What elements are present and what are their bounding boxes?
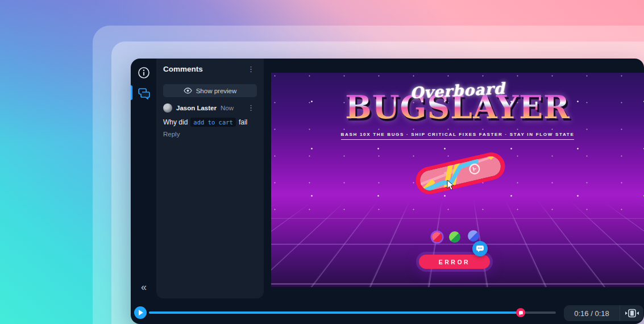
status-orb-red[interactable] <box>432 232 442 242</box>
comment-timestamp: Now <box>221 105 234 111</box>
panel-menu-button[interactable]: ⋮ <box>245 64 257 74</box>
error-button[interactable]: ERROR <box>419 255 490 269</box>
app-background: { "window": { "sidebar": { "collapse_gly… <box>0 0 644 324</box>
cursor-icon <box>447 180 454 190</box>
video-viewport[interactable]: Overboard BUGSLAYER BASH 10X THE BUGS · … <box>271 73 644 287</box>
comment-code-chip: add to cart <box>190 118 236 127</box>
app-window: « Comments ⋮ Show preview Jason Laster N… <box>131 59 644 324</box>
comment-text-after: fail <box>239 118 247 126</box>
comment-marker-icon <box>519 311 523 314</box>
comment-menu-button[interactable]: ⋮ <box>245 103 257 113</box>
reply-link[interactable]: Reply <box>163 131 257 138</box>
comment-marker[interactable] <box>516 308 525 317</box>
comments-panel-header: Comments ⋮ <box>156 59 264 79</box>
tagline: BASH 10X THE BUGS · SHIP CRITICAL FIXES … <box>341 132 575 140</box>
collapse-sidebar-button[interactable]: « <box>131 281 156 293</box>
status-orb-green[interactable] <box>449 231 460 243</box>
chat-badge-icon <box>476 245 484 252</box>
play-button[interactable] <box>134 306 147 319</box>
left-icon-rail: « <box>131 59 156 324</box>
tagline-row: BASH 10X THE BUGS · SHIP CRITICAL FIXES … <box>271 128 644 140</box>
info-icon <box>138 67 150 79</box>
comment-item[interactable]: Jason Laster Now ⋮ Why did add to cart f… <box>156 99 264 138</box>
focus-mode-button[interactable] <box>620 305 643 321</box>
collapse-icon: « <box>141 281 146 293</box>
avatar <box>163 103 172 113</box>
comment-author: Jason Laster <box>176 105 217 111</box>
status-orb-blue[interactable] <box>468 230 479 242</box>
grid-floor <box>271 200 644 287</box>
time-display: 0:16 / 0:18 <box>564 309 620 318</box>
comments-icon <box>137 86 151 100</box>
kebab-icon: ⋮ <box>247 65 255 73</box>
comment-header: Jason Laster Now ⋮ <box>163 103 257 113</box>
show-preview-button[interactable]: Show preview <box>163 84 257 97</box>
panel-title: Comments <box>163 65 203 73</box>
timeline-track[interactable] <box>149 311 556 314</box>
comment-text-before: Why did <box>163 118 188 126</box>
chat-badge-button[interactable] <box>472 241 488 256</box>
timeline-progress <box>149 311 520 314</box>
comment-text: Why did add to cart fail <box>163 118 257 127</box>
show-preview-label: Show preview <box>196 88 237 94</box>
eye-icon <box>184 88 192 94</box>
play-icon <box>139 310 143 315</box>
comments-tab-button[interactable] <box>131 84 156 103</box>
player-time-group: 0:16 / 0:18 <box>564 305 643 321</box>
comments-panel: Comments ⋮ Show preview Jason Laster Now… <box>156 59 264 298</box>
kebab-icon: ⋮ <box>247 103 255 112</box>
focus-mode-icon <box>625 309 639 318</box>
info-button[interactable] <box>131 63 156 82</box>
